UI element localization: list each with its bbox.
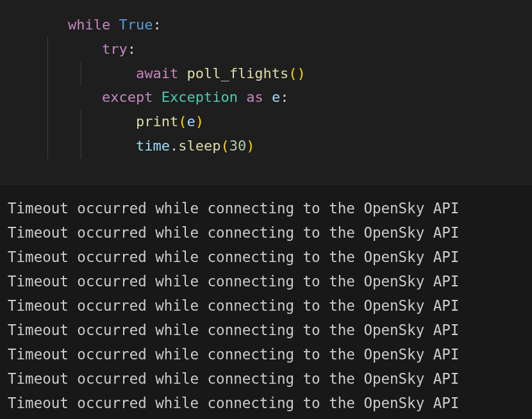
- number-literal: 30: [229, 138, 247, 154]
- function-name: poll_flights: [187, 65, 288, 81]
- code-line[interactable]: try:: [0, 37, 532, 62]
- keyword-except: except: [102, 89, 153, 105]
- keyword-while: while: [68, 17, 110, 33]
- colon: :: [280, 89, 288, 105]
- code-line[interactable]: print(e): [0, 110, 532, 134]
- paren: ): [297, 65, 306, 81]
- paren: (: [178, 113, 187, 129]
- paren: (: [220, 138, 229, 154]
- constant-true: True: [119, 17, 153, 33]
- keyword-try: try: [102, 41, 128, 57]
- code-editor[interactable]: while True: try: await poll_flights() ex…: [0, 0, 532, 184]
- paren: (: [288, 65, 297, 81]
- variable-e: e: [187, 113, 195, 129]
- dot: .: [170, 138, 178, 154]
- keyword-await: await: [136, 65, 178, 81]
- paren: ): [246, 138, 254, 154]
- function-print: print: [136, 113, 178, 129]
- variable-e: e: [272, 89, 280, 105]
- code-line[interactable]: while True:: [0, 13, 532, 37]
- colon: :: [153, 17, 161, 33]
- paren: ): [195, 113, 204, 129]
- class-exception: Exception: [162, 89, 238, 105]
- terminal-output[interactable]: Timeout occurred while connecting to the…: [0, 184, 532, 419]
- function-sleep: sleep: [178, 138, 220, 154]
- code-line[interactable]: time.sleep(30): [0, 134, 532, 158]
- code-line[interactable]: except Exception as e:: [0, 85, 532, 110]
- keyword-as: as: [246, 89, 263, 105]
- module-time: time: [136, 138, 170, 154]
- colon: :: [128, 41, 136, 57]
- code-line[interactable]: await poll_flights(): [0, 62, 532, 86]
